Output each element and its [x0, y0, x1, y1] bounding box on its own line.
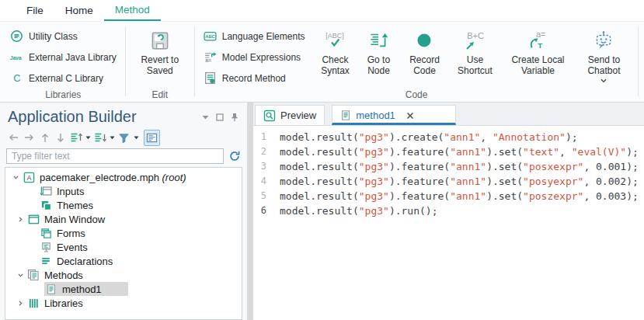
svg-text:A: A — [26, 173, 31, 181]
tree-item-events[interactable]: Events — [5, 240, 242, 254]
svg-text:[ABC]: [ABC] — [326, 32, 345, 40]
back-arrow-icon[interactable] — [6, 130, 21, 145]
svg-text:T: T — [538, 41, 543, 50]
chevron-collapsed-icon[interactable] — [15, 300, 26, 307]
ribbon-group-code: ABC Language Elements a= Model Expressio… — [195, 22, 639, 102]
tab-file[interactable]: File — [16, 0, 54, 21]
record-code-label: Record Code — [404, 54, 444, 76]
tree-item-main-window[interactable]: Main Window — [5, 212, 242, 226]
svg-text:C: C — [13, 72, 20, 84]
filter-row — [0, 147, 247, 167]
code-line[interactable]: 1model.result("pg3").create("ann1", "Ann… — [253, 130, 644, 144]
svg-text:B+C: B+C — [468, 31, 485, 40]
tree-item-methods[interactable]: Methods — [5, 268, 242, 282]
chevron-expanded-icon[interactable] — [10, 175, 22, 180]
code-line[interactable]: 5model.result("pg3").feature("ann1").set… — [253, 189, 644, 203]
filter-caret-icon[interactable] — [132, 130, 140, 145]
maximize-icon[interactable] — [214, 111, 226, 123]
chevron-expanded-icon[interactable] — [15, 273, 26, 278]
check-syntax-button[interactable]: [ABC] Check Syntax — [313, 26, 357, 76]
language-elements-button[interactable]: ABC Language Elements — [200, 26, 309, 47]
utility-class-button[interactable]: Utility Class — [6, 26, 120, 47]
tree-toolbar — [0, 127, 247, 147]
expand-all-icon[interactable] — [92, 130, 107, 145]
use-shortcut-label: Use Shortcut — [452, 54, 497, 76]
move-down-icon[interactable] — [53, 130, 68, 145]
method-doc-icon — [340, 110, 351, 121]
group-label-libraries: Libraries — [2, 89, 125, 100]
tree-item-declarations[interactable]: Declarations — [5, 254, 242, 268]
tree-item-label: Forms — [57, 228, 85, 239]
collapse-all-icon[interactable] — [68, 130, 83, 145]
filter-funnel-icon[interactable] — [117, 130, 131, 145]
ribbon-tab-bar: File Home Method — [0, 0, 644, 21]
tab-preview[interactable]: Preview — [255, 105, 325, 125]
move-up-icon[interactable] — [37, 130, 52, 145]
tree-item-libraries[interactable]: Libraries — [5, 296, 242, 310]
code-text: model.result("pg3").feature("ann1").set(… — [266, 174, 639, 189]
code-line[interactable]: 6model.result("pg3").run(); — [253, 203, 644, 218]
code-text: model.result("pg3").feature("ann1").set(… — [266, 189, 639, 203]
expand-all-caret-icon[interactable] — [108, 130, 116, 145]
panel-title: Application Builder — [8, 108, 197, 126]
ribbon-group-edit: Revert to Saved Edit — [126, 22, 194, 102]
close-icon[interactable] — [406, 112, 414, 120]
show-details-toggle[interactable] — [144, 130, 160, 146]
use-shortcut-button[interactable]: B+C Use Shortcut — [448, 26, 501, 76]
tab-method[interactable]: Method — [104, 0, 161, 21]
code-text: model.result("pg3").feature("ann1").set(… — [266, 159, 639, 174]
editor-area: Preview method1 1model.result("pg3").cre… — [253, 103, 644, 320]
language-elements-icon: ABC — [204, 30, 217, 43]
methods-icon — [27, 269, 40, 281]
filter-input[interactable] — [6, 148, 224, 164]
record-method-button[interactable]: Record Method — [200, 68, 309, 89]
tree-item-root[interactable]: A pacemaker_electrode.mph (root) — [5, 170, 242, 184]
code-area[interactable]: 1model.result("pg3").create("ann1", "Ann… — [253, 126, 644, 320]
record-code-button[interactable]: Record Code — [400, 26, 448, 76]
java-icon: Java — [10, 50, 23, 64]
svg-text:a=: a= — [537, 30, 546, 39]
tab-method1[interactable]: method1 — [332, 105, 456, 125]
tree-item-themes[interactable]: Themes — [5, 198, 242, 212]
selected-row-highlight: method1 — [44, 282, 128, 296]
create-local-variable-button[interactable]: a=T Create Local Variable — [501, 26, 574, 76]
create-local-variable-icon: a=T — [526, 28, 549, 54]
panel-divider[interactable] — [247, 103, 253, 320]
code-line[interactable]: 3model.result("pg3").feature("ann1").set… — [253, 159, 644, 174]
comsol-window: File Home Method Utility Class Java Exte… — [0, 0, 644, 320]
tree-item-label: Methods — [44, 270, 83, 281]
revert-to-saved-label: Revert to Saved — [139, 54, 181, 76]
pin-icon[interactable] — [228, 111, 241, 123]
external-java-library-button[interactable]: Java External Java Library — [6, 47, 120, 68]
panel-menu-chevron-icon[interactable] — [199, 111, 211, 123]
tree-item-forms[interactable]: Forms — [5, 226, 242, 240]
forward-arrow-icon[interactable] — [22, 130, 37, 145]
external-c-library-button[interactable]: C External C Library — [6, 68, 120, 89]
ribbon-group-libraries: Utility Class Java External Java Library… — [2, 22, 125, 102]
tab-method1-label: method1 — [356, 110, 395, 121]
check-syntax-icon: [ABC] — [322, 28, 348, 54]
collapse-all-caret-icon[interactable] — [84, 130, 92, 145]
refresh-icon[interactable] — [228, 150, 241, 162]
code-line[interactable]: 2model.result("pg3").feature("ann1").set… — [253, 144, 644, 159]
model-expressions-button[interactable]: a= Model Expressions — [200, 47, 309, 68]
inputs-icon — [40, 185, 52, 197]
tree-item-method1[interactable]: method1 — [5, 282, 242, 296]
tab-home[interactable]: Home — [54, 0, 104, 21]
chevron-collapsed-icon[interactable] — [15, 216, 26, 223]
model-expressions-icon: a= — [204, 50, 217, 64]
send-to-chatbot-button[interactable]: Send to Chatbot — [574, 26, 633, 83]
model-expressions-label: Model Expressions — [222, 52, 301, 63]
code-text: model.result("pg3").run(); — [266, 203, 438, 218]
svg-text:Java: Java — [10, 54, 22, 60]
tree-item-inputs[interactable]: Inputs — [5, 184, 242, 198]
revert-to-saved-button[interactable]: Revert to Saved — [135, 26, 185, 76]
c-library-icon: C — [10, 71, 23, 85]
code-line[interactable]: 4model.result("pg3").feature("ann1").set… — [253, 174, 644, 189]
use-shortcut-icon: B+C — [462, 28, 487, 54]
external-c-library-label: External C Library — [29, 73, 103, 84]
tree-item-label: Themes — [57, 200, 93, 211]
go-to-node-icon — [367, 28, 390, 54]
go-to-node-button[interactable]: Go to Node — [357, 26, 400, 76]
app-root-icon: A — [23, 171, 35, 183]
